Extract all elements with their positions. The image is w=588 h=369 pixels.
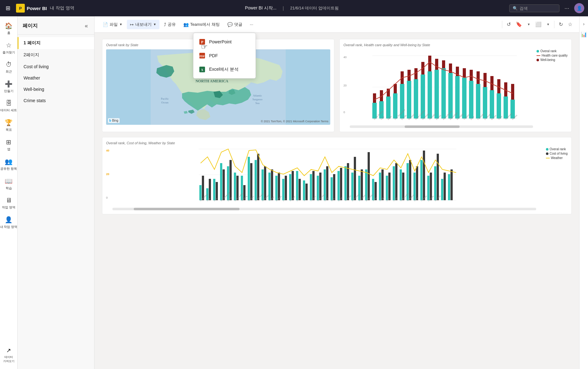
svg-rect-102 [268, 173, 271, 200]
export-button[interactable]: ↦ 내보내기 ▼ [127, 20, 159, 29]
sidebar-item-create[interactable]: ➕ 만들기 [0, 77, 17, 96]
doc-title: Power BI 시작... [245, 5, 276, 11]
legend-wellbeing: Well-being [537, 58, 568, 62]
sidebar-item-learn[interactable]: 📖 학습 [0, 174, 17, 194]
export-excel-item[interactable]: X Excel에서 분석 [193, 63, 256, 76]
canvas-area: Overall rank by State [94, 33, 579, 369]
sidebar-item-datasets[interactable]: 🗄 데이터 세트 [0, 96, 17, 116]
chevron-down-bookmark-icon[interactable]: ▼ [525, 21, 532, 28]
svg-rect-127 [354, 157, 356, 200]
page-item-well-being[interactable]: Well-being [18, 84, 94, 95]
bookmark-button[interactable]: 🔖 [514, 19, 524, 29]
overal-rank-2-legend-label: Overal rank [550, 147, 566, 151]
cost-weather-chart-title: Overall rank, Cost of living, Weather by… [106, 141, 568, 145]
pages-header: 페이지 « [18, 16, 94, 35]
page-item-1[interactable]: 1 페이지 [18, 37, 94, 49]
undo-button[interactable]: ↺ [505, 19, 513, 29]
svg-rect-128 [358, 176, 360, 200]
import-data-button[interactable]: ↗ 데이터가져오기 [2, 344, 16, 366]
more-button[interactable]: ··· [247, 20, 256, 29]
svg-rect-112 [303, 180, 305, 200]
legend-weather: Weather [546, 156, 568, 160]
svg-rect-122 [337, 171, 340, 200]
export-powerpoint-item[interactable]: P PowerPoint [193, 35, 256, 49]
import-icon: ↗ [6, 347, 11, 354]
svg-text:Atlantic: Atlantic [253, 94, 262, 97]
sidebar-item-my-workspace[interactable]: 👤 내 작업 영역 [0, 213, 17, 232]
svg-rect-150 [434, 166, 436, 200]
trophy-icon: 🏆 [5, 119, 13, 126]
sidebar-label-recent: 최근 [6, 69, 12, 74]
svg-text:NORTH AMERICA: NORTH AMERICA [196, 79, 229, 83]
more-options-icon[interactable]: ··· [562, 4, 572, 13]
sidebar-label-my-workspace: 내 작업 영역 [0, 225, 17, 229]
sidebar-item-recent[interactable]: ⏱ 최근 [0, 58, 17, 77]
svg-rect-97 [250, 163, 252, 200]
window-button[interactable]: ⬜ [533, 19, 543, 29]
health-chart-scrollbar[interactable] [350, 124, 533, 128]
share-button[interactable]: ⤴ 공유 [161, 20, 179, 29]
svg-rect-147 [423, 151, 425, 200]
sidebar-label-create: 만들기 [4, 89, 13, 93]
sidebar-item-goals[interactable]: 🏆 목표 [0, 116, 17, 135]
apps-icon: ⊞ [6, 138, 11, 146]
export-pdf-item[interactable]: PDF PDF [193, 49, 256, 63]
right-panel-collapse-button[interactable]: › [580, 19, 587, 29]
svg-rect-92 [234, 173, 236, 200]
svg-rect-143 [409, 160, 411, 200]
overal-rank-legend-dot [537, 50, 539, 52]
svg-rect-19 [393, 93, 397, 118]
search-input[interactable] [520, 6, 556, 11]
svg-rect-120 [331, 177, 333, 200]
doc-info: Power BI 시작... | 21/6/14 데이터 업데이트됨 [78, 5, 505, 11]
comments-icon: 💬 [227, 22, 233, 27]
sidebar-item-home[interactable]: 🏠 홈 [0, 19, 17, 38]
refresh-button[interactable]: ↻ [557, 19, 565, 29]
svg-rect-139 [395, 163, 397, 200]
svg-text:Pacific: Pacific [161, 97, 169, 100]
svg-rect-47 [442, 60, 445, 68]
svg-rect-46 [435, 59, 438, 70]
collapse-button[interactable]: « [84, 21, 89, 30]
cost-weather-chart-svg: South Dakota Utah Idaho New Hampshire [112, 147, 542, 202]
svg-rect-30 [469, 81, 473, 118]
svg-rect-131 [368, 152, 370, 200]
page-item-weather[interactable]: Weather [18, 72, 94, 84]
window-chevron-icon[interactable]: ▼ [545, 21, 552, 28]
svg-rect-145 [416, 166, 418, 200]
svg-rect-152 [441, 179, 443, 200]
sidebar-item-workspace[interactable]: 🖥 작업 영역 [0, 194, 17, 213]
svg-rect-110 [296, 171, 298, 200]
star-button[interactable]: ☆ [566, 19, 574, 29]
file-button[interactable]: 📄 파일 ▼ [100, 20, 126, 29]
page-item-crime-stats[interactable]: Crime stats [18, 95, 94, 106]
sidebar-item-apps[interactable]: ⊞ 앱 [0, 135, 17, 155]
comments-button[interactable]: 💬 댓글 [224, 20, 245, 29]
avatar[interactable]: 👤 [574, 3, 584, 13]
page-item-cost-of-living[interactable]: Cost of living [18, 61, 94, 72]
svg-rect-103 [271, 169, 273, 200]
sidebar-label-home: 홈 [7, 31, 10, 35]
grid-icon[interactable]: ⊞ [4, 3, 12, 14]
svg-rect-21 [407, 81, 411, 118]
shared-icon: 👥 [5, 158, 13, 165]
update-text: 21/6/14 데이터 업데이트됨 [290, 5, 339, 11]
sidebar-item-favorites[interactable]: ☆ 즐겨찾기 [0, 38, 17, 58]
svg-text:Sargasso: Sargasso [252, 98, 262, 101]
svg-rect-106 [282, 179, 284, 200]
svg-rect-134 [379, 173, 381, 200]
svg-rect-129 [361, 169, 363, 200]
cost-weather-chart-scrollbar[interactable] [112, 207, 536, 210]
analytics-button[interactable]: 📊 [578, 29, 588, 40]
svg-rect-37 [373, 93, 376, 103]
file-icon: 📄 [103, 22, 108, 27]
cost-weather-chart-legend: Overal rank Cost of living Weather [546, 147, 568, 160]
sidebar-label-shared: 공유한 항목 [0, 167, 17, 171]
teams-button[interactable]: 👥 Teams에서 채팅 [180, 20, 223, 29]
svg-rect-107 [285, 176, 287, 200]
sidebar-item-shared[interactable]: 👥 공유한 항목 [0, 155, 17, 174]
map-bing-logo: b Bing [108, 118, 120, 123]
svg-rect-135 [381, 169, 384, 200]
page-item-2[interactable]: 2페이지 [18, 49, 94, 61]
search-box[interactable]: 🔍 [509, 4, 559, 12]
